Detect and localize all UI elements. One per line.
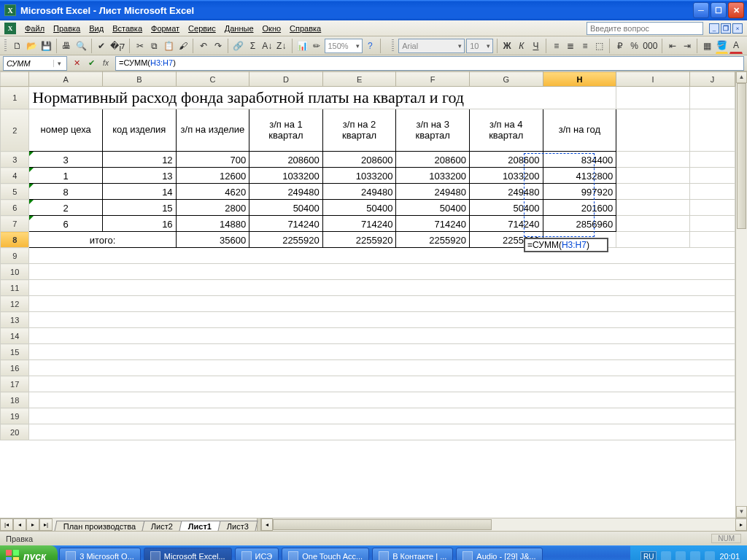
horizontal-scrollbar[interactable]: ◂ ▸ <box>261 518 747 531</box>
autosum-icon[interactable]: Σ <box>247 38 260 54</box>
sort-desc-icon[interactable]: Z↓ <box>275 38 288 54</box>
copy-icon[interactable]: ⧉ <box>148 38 161 54</box>
col-D[interactable]: D <box>249 72 323 87</box>
help-icon[interactable]: ? <box>364 38 377 54</box>
mdi-minimize[interactable]: _ <box>709 23 719 34</box>
menu-view[interactable]: Вид <box>85 23 108 34</box>
scroll-up-button[interactable]: ▲ <box>736 71 747 83</box>
align-left-icon[interactable]: ≡ <box>550 38 563 54</box>
hscroll-thumb[interactable] <box>273 519 492 530</box>
borders-icon[interactable]: ▦ <box>701 38 714 54</box>
col-A[interactable]: A <box>29 72 103 87</box>
spellcheck-icon[interactable]: ✔ <box>96 38 109 54</box>
name-box-input[interactable] <box>4 59 53 68</box>
mdi-restore[interactable]: ❐ <box>721 23 731 34</box>
align-right-icon[interactable]: ≡ <box>578 38 592 54</box>
sort-asc-icon[interactable]: A↓ <box>260 38 274 54</box>
fill-color-icon[interactable]: 🪣 <box>716 38 729 54</box>
vertical-scrollbar[interactable]: ▲ ▼ <box>735 71 747 518</box>
scroll-left-button[interactable]: ◂ <box>261 518 273 531</box>
drawing-icon[interactable]: ✏ <box>310 38 323 54</box>
formula-cancel-button[interactable]: ✕ <box>70 57 83 70</box>
taskbar-btn-onetouch[interactable]: One Touch Acc... <box>282 548 369 560</box>
chart-icon[interactable]: 📊 <box>295 38 309 54</box>
start-button[interactable]: пуск <box>0 545 58 560</box>
col-B[interactable]: B <box>103 72 177 87</box>
scroll-right-button[interactable]: ▸ <box>735 518 747 531</box>
paste-icon[interactable]: 📋 <box>162 38 175 54</box>
tray-icon-1[interactable] <box>661 551 671 560</box>
grid[interactable]: A B C D E F G H I J 1 Нормативный расход… <box>0 71 735 518</box>
mdi-close[interactable]: × <box>732 23 743 34</box>
menu-file[interactable]: Файл <box>20 23 49 34</box>
menu-window[interactable]: Окно <box>258 23 286 34</box>
increase-indent-icon[interactable]: ⇥ <box>681 38 694 54</box>
menu-format[interactable]: Формат <box>147 23 184 34</box>
row-8[interactable]: 8 <box>1 232 29 248</box>
undo-icon[interactable]: ↶ <box>197 38 210 54</box>
decrease-indent-icon[interactable]: ⇤ <box>666 38 679 54</box>
scroll-down-button[interactable]: ▼ <box>736 506 747 518</box>
tab-last[interactable]: ▸| <box>39 518 53 531</box>
menu-tools[interactable]: Сервис <box>184 23 220 34</box>
row-1[interactable]: 1 <box>1 87 29 109</box>
format-painter-icon[interactable]: 🖌 <box>177 38 190 54</box>
font-color-icon[interactable]: A <box>729 38 743 54</box>
taskbar-btn-excel[interactable]: Microsoft Excel... <box>144 548 232 560</box>
zoom-combo[interactable]: 150% <box>325 39 363 53</box>
sheet-tab-plan[interactable]: План производства <box>55 521 145 531</box>
italic-icon[interactable]: К <box>515 38 528 54</box>
insert-function-button[interactable]: fx <box>99 57 112 70</box>
taskbar-btn-vk[interactable]: В Контакте | ... <box>372 548 453 560</box>
tray-icon-2[interactable] <box>676 551 686 560</box>
row-5[interactable]: 5 <box>1 184 29 200</box>
row-2[interactable]: 2 <box>1 109 29 152</box>
menu-help[interactable]: Справка <box>285 23 325 34</box>
hyperlink-icon[interactable]: 🔗 <box>232 38 245 54</box>
menu-insert[interactable]: Вставка <box>108 23 147 34</box>
window-maximize-button[interactable]: ☐ <box>711 2 727 18</box>
print-preview-icon[interactable]: 🔍 <box>74 38 88 54</box>
redo-icon[interactable]: ↷ <box>212 38 225 54</box>
cut-icon[interactable]: ✂ <box>133 38 147 54</box>
tab-next[interactable]: ▸ <box>26 518 39 531</box>
col-I[interactable]: I <box>616 72 690 87</box>
col-F[interactable]: F <box>396 72 470 87</box>
align-center-icon[interactable]: ≣ <box>565 38 578 54</box>
comma-icon[interactable]: 000 <box>642 38 658 54</box>
underline-icon[interactable]: Ч <box>530 38 543 54</box>
percent-icon[interactable]: % <box>628 38 641 54</box>
col-H[interactable]: H <box>543 72 616 87</box>
row-4[interactable]: 4 <box>1 168 29 184</box>
taskbar-clock[interactable]: 20:01 <box>719 552 740 560</box>
window-close-button[interactable]: ✕ <box>728 2 744 18</box>
sheet-tab-list1[interactable]: Лист1 <box>179 521 221 531</box>
new-icon[interactable]: 🗋 <box>11 38 24 54</box>
row-3[interactable]: 3 <box>1 152 29 168</box>
research-icon[interactable]: �ק <box>109 38 125 54</box>
save-icon[interactable]: 💾 <box>39 38 53 54</box>
formula-input[interactable]: =СУММ(H3:H7) <box>115 56 744 71</box>
col-G[interactable]: G <box>469 72 543 87</box>
formula-enter-button[interactable]: ✔ <box>85 57 98 70</box>
col-C[interactable]: C <box>176 72 249 87</box>
taskbar-btn-word[interactable]: 3 Microsoft O... <box>59 548 141 560</box>
select-all-corner[interactable] <box>1 72 29 87</box>
menu-edit[interactable]: Правка <box>49 23 85 34</box>
sheet-tab-list3[interactable]: Лист3 <box>218 521 258 531</box>
name-box-dropdown[interactable]: ▾ <box>53 60 65 67</box>
col-J[interactable]: J <box>689 72 735 87</box>
name-box[interactable]: ▾ <box>3 56 67 71</box>
col-E[interactable]: E <box>322 72 396 87</box>
ask-question-input[interactable] <box>587 22 703 35</box>
row-7[interactable]: 7 <box>1 216 29 232</box>
row-6[interactable]: 6 <box>1 200 29 216</box>
vscroll-thumb[interactable] <box>737 83 746 229</box>
tray-icon-4[interactable] <box>705 551 715 560</box>
tab-prev[interactable]: ◂ <box>13 518 26 531</box>
bold-icon[interactable]: Ж <box>500 38 514 54</box>
merge-center-icon[interactable]: ⬚ <box>593 38 606 54</box>
window-minimize-button[interactable]: ─ <box>693 2 709 18</box>
open-icon[interactable]: 📂 <box>26 38 39 54</box>
menu-data[interactable]: Данные <box>220 23 258 34</box>
